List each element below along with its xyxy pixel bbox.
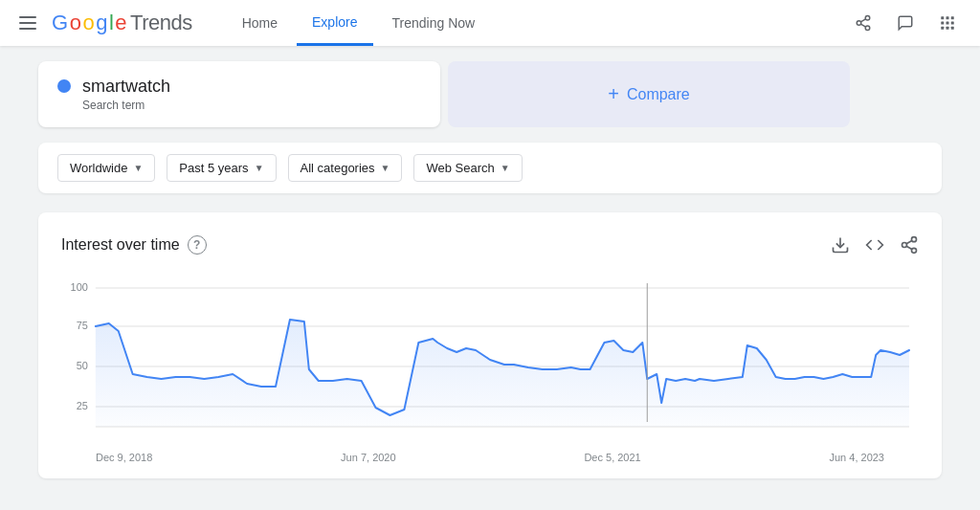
- x-label-2: Dec 5, 2021: [584, 452, 640, 463]
- svg-text:25: 25: [77, 400, 88, 411]
- filter-type[interactable]: Web Search ▼: [413, 154, 522, 182]
- svg-point-15: [912, 237, 917, 242]
- nav-home[interactable]: Home: [227, 0, 293, 46]
- svg-text:100: 100: [71, 281, 88, 293]
- svg-point-2: [865, 26, 870, 31]
- filter-time-arrow: ▼: [255, 163, 264, 173]
- x-label-3: Jun 4, 2023: [830, 452, 885, 463]
- header-left: Google Trends Home Explore Trending Now: [15, 0, 490, 46]
- nav-trending[interactable]: Trending Now: [377, 0, 491, 46]
- share-chart-icon[interactable]: [900, 235, 919, 255]
- svg-point-0: [865, 16, 870, 21]
- filters-bar: Worldwide ▼ Past 5 years ▼ All categorie…: [38, 143, 942, 193]
- apps-icon[interactable]: [930, 6, 965, 40]
- svg-rect-13: [951, 27, 954, 30]
- filter-type-label: Web Search: [426, 161, 494, 175]
- svg-rect-10: [951, 22, 954, 25]
- download-icon[interactable]: [831, 235, 850, 255]
- svg-rect-6: [947, 16, 949, 19]
- logo-e: e: [115, 11, 126, 35]
- feedback-icon[interactable]: [888, 6, 923, 40]
- filter-category-label: All categories: [301, 161, 375, 175]
- search-card: smartwatch Search term: [38, 61, 440, 127]
- compare-card[interactable]: + Compare: [448, 61, 850, 127]
- svg-rect-11: [941, 27, 944, 30]
- logo-o1: o: [70, 11, 81, 35]
- menu-icon[interactable]: [15, 12, 40, 33]
- logo-l: l: [109, 11, 113, 35]
- svg-line-3: [860, 24, 865, 27]
- logo-g: G: [52, 11, 68, 35]
- svg-line-4: [860, 19, 865, 22]
- google-logo: Google Trends: [52, 11, 192, 35]
- x-label-0: Dec 9, 2018: [96, 452, 152, 463]
- help-icon[interactable]: ?: [188, 235, 207, 255]
- chart-title-area: Interest over time ?: [61, 235, 207, 255]
- search-area: smartwatch Search term + Compare: [38, 61, 942, 127]
- logo-g2: g: [96, 11, 107, 35]
- svg-rect-7: [951, 16, 954, 19]
- filter-time[interactable]: Past 5 years ▼: [167, 154, 276, 182]
- svg-point-17: [912, 248, 917, 253]
- svg-text:75: 75: [77, 320, 88, 331]
- share-icon[interactable]: [846, 6, 880, 40]
- filter-category-arrow: ▼: [381, 163, 390, 173]
- filter-category[interactable]: All categories ▼: [288, 154, 403, 182]
- search-term: smartwatch: [82, 77, 421, 97]
- filter-region[interactable]: Worldwide ▼: [57, 154, 155, 182]
- filter-region-arrow: ▼: [133, 163, 143, 173]
- chart-container: 100 75 50 25: [61, 274, 919, 446]
- header-right: [846, 6, 965, 40]
- x-label-1: Jun 7, 2020: [341, 452, 396, 463]
- compare-plus-icon: +: [608, 83, 619, 105]
- svg-rect-12: [947, 27, 949, 30]
- search-text-area: smartwatch Search term: [82, 77, 421, 112]
- svg-text:50: 50: [77, 360, 88, 371]
- svg-rect-9: [947, 22, 949, 25]
- chart-title: Interest over time: [61, 236, 180, 254]
- search-term-label: Search term: [82, 99, 421, 112]
- x-axis-labels: Dec 9, 2018 Jun 7, 2020 Dec 5, 2021 Jun …: [61, 446, 919, 463]
- search-dot-icon: [57, 79, 71, 93]
- app-header: Google Trends Home Explore Trending Now: [0, 0, 980, 46]
- svg-line-18: [906, 246, 912, 249]
- main-content: smartwatch Search term + Compare Worldwi…: [0, 46, 980, 510]
- svg-point-16: [902, 243, 907, 248]
- svg-rect-5: [941, 16, 944, 19]
- chart-actions: [831, 235, 919, 255]
- svg-line-19: [906, 240, 912, 243]
- svg-rect-8: [941, 22, 944, 25]
- filter-type-arrow: ▼: [501, 163, 510, 173]
- compare-label: Compare: [627, 86, 690, 103]
- embed-icon[interactable]: [865, 235, 884, 255]
- chart-card: Interest over time ?: [38, 212, 942, 478]
- logo-o2: o: [82, 11, 94, 35]
- filter-region-label: Worldwide: [70, 161, 127, 175]
- svg-point-1: [857, 21, 861, 26]
- chart-header: Interest over time ?: [61, 235, 919, 255]
- filter-time-label: Past 5 years: [179, 161, 248, 175]
- trends-label: Trends: [130, 11, 192, 35]
- nav-explore[interactable]: Explore: [297, 0, 372, 46]
- main-nav: Home Explore Trending Now: [227, 0, 490, 46]
- trend-chart: 100 75 50 25: [61, 274, 919, 446]
